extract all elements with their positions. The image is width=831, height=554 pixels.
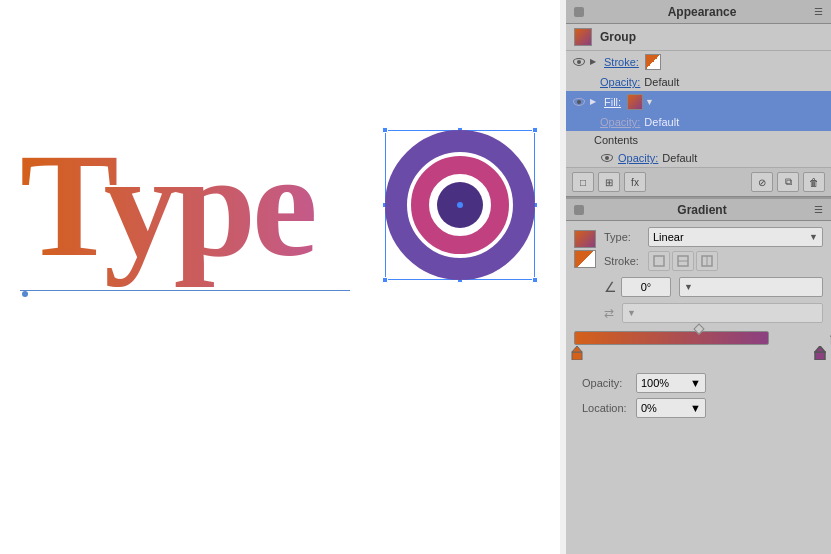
stroke-ctrl-label: Stroke:: [604, 255, 644, 267]
group-swatch: [574, 28, 592, 46]
angle-row: ∠ 0° ▼: [604, 277, 823, 297]
panel-close-icon[interactable]: [574, 7, 584, 17]
stroke-buttons: [648, 251, 718, 271]
stop-marker-right[interactable]: [814, 346, 826, 363]
angle-dropdown[interactable]: ▼: [679, 277, 823, 297]
angle-value: 0°: [641, 281, 652, 293]
type-row: Type: Linear ▼ Stroke:: [574, 227, 823, 271]
contents-label: Contents: [594, 134, 638, 146]
stroke-arrow: ▶: [590, 57, 600, 67]
reverse-icon: ⇄: [604, 306, 614, 320]
handle-tl[interactable]: [382, 127, 388, 133]
new-item-button[interactable]: □: [572, 172, 594, 192]
gradient-bar-area: 🗑: [574, 331, 823, 345]
fill-row[interactable]: ▶ Fill: ▼: [566, 91, 831, 113]
fx-label: fx: [631, 177, 639, 188]
duplicate-button[interactable]: ⊞: [598, 172, 620, 192]
eye-icon-fill[interactable]: [572, 95, 586, 109]
location-bottom-row: Location: 0% ▼: [582, 398, 815, 418]
svg-rect-5: [572, 352, 582, 360]
type-label: Type:: [604, 231, 644, 243]
group-header: Group: [566, 24, 831, 51]
opacity-value: 100%: [641, 377, 669, 389]
gradient-body: Type: Linear ▼ Stroke:: [566, 221, 831, 428]
appearance-panel-header: Appearance ☰: [566, 0, 831, 24]
gradient-panel-title: Gradient: [590, 203, 814, 217]
location-value: 0%: [641, 402, 657, 414]
appearance-menu-icon[interactable]: ☰: [814, 6, 823, 17]
fill-dropdown-arrow[interactable]: ▼: [645, 97, 654, 107]
type-value: Linear: [653, 231, 684, 243]
group-label: Group: [600, 30, 636, 44]
stroke-opacity-value: Default: [644, 76, 679, 88]
extra-dropdown-arrow: ▼: [627, 308, 636, 318]
eye-icon-contents[interactable]: [600, 151, 614, 165]
svg-marker-8: [815, 346, 825, 352]
baseline-line: [20, 290, 350, 291]
handle-tr[interactable]: [532, 127, 538, 133]
no-button[interactable]: ⊘: [751, 172, 773, 192]
stroke-opacity-row: Opacity: Default: [566, 73, 831, 91]
svg-marker-6: [572, 346, 582, 352]
appearance-panel: Appearance ☰ Group ▶ Stroke: Opacity: De…: [566, 0, 831, 197]
bottom-controls: Opacity: 100% ▼ Location: 0% ▼: [574, 369, 823, 422]
stroke-swatch[interactable]: [645, 54, 661, 70]
eye-icon-stroke[interactable]: [572, 55, 586, 69]
anchor-point-left: [22, 291, 28, 297]
gradient-swatch-stack: [574, 230, 596, 268]
contents-opacity-value: Default: [662, 152, 697, 164]
appearance-toolbar: □ ⊞ fx ⊘ ⧉ 🗑: [566, 167, 831, 196]
type-text: Type: [20, 120, 314, 290]
appearance-panel-title: Appearance: [590, 5, 814, 19]
svg-rect-7: [815, 352, 825, 360]
stop-marker-left[interactable]: [571, 346, 583, 363]
gradient-swatch-1[interactable]: [574, 230, 596, 248]
canvas: Type: [0, 0, 560, 554]
angle-input[interactable]: 0°: [621, 277, 671, 297]
fill-swatch[interactable]: [627, 94, 643, 110]
location-dropdown-arrow: ▼: [690, 402, 701, 414]
delete-button[interactable]: 🗑: [803, 172, 825, 192]
contents-opacity-label[interactable]: Opacity:: [618, 152, 658, 164]
extra-row: ⇄ ▼: [604, 303, 823, 323]
fx-button[interactable]: fx: [624, 172, 646, 192]
fill-arrow: ▶: [590, 97, 600, 107]
type-dropdown[interactable]: Linear ▼: [648, 227, 823, 247]
type-dropdown-arrow: ▼: [809, 232, 818, 242]
center-dot: [457, 202, 463, 208]
gradient-panel: Gradient ☰ Type: Linear ▼: [566, 197, 831, 554]
opacity-bottom-row: Opacity: 100% ▼: [582, 373, 815, 393]
gradient-swatch-2[interactable]: [574, 250, 596, 268]
stroke-btn-1[interactable]: [648, 251, 670, 271]
gradient-bar[interactable]: [574, 331, 769, 345]
stroke-row[interactable]: ▶ Stroke:: [566, 51, 831, 73]
handle-bl[interactable]: [382, 277, 388, 283]
circle-group[interactable]: [385, 130, 535, 280]
stroke-label[interactable]: Stroke:: [604, 56, 639, 68]
angle-icon: ∠: [604, 279, 617, 295]
fill-opacity-row: Opacity: Default: [566, 113, 831, 131]
location-bottom-label: Location:: [582, 402, 632, 414]
right-panel: Appearance ☰ Group ▶ Stroke: Opacity: De…: [566, 0, 831, 554]
type-ctrl-row: Type: Linear ▼: [604, 227, 823, 247]
svg-rect-0: [654, 256, 664, 266]
copy-button[interactable]: ⧉: [777, 172, 799, 192]
contents-row: Contents: [566, 131, 831, 149]
opacity-dropdown[interactable]: 100% ▼: [636, 373, 706, 393]
fill-label[interactable]: Fill:: [604, 96, 621, 108]
contents-opacity-row: Opacity: Default: [566, 149, 831, 167]
stroke-btn-2[interactable]: [672, 251, 694, 271]
fill-opacity-label[interactable]: Opacity:: [600, 116, 640, 128]
stroke-opacity-label[interactable]: Opacity:: [600, 76, 640, 88]
location-dropdown[interactable]: 0% ▼: [636, 398, 706, 418]
extra-dropdown[interactable]: ▼: [622, 303, 823, 323]
gradient-panel-header: Gradient ☰: [566, 197, 831, 221]
fill-opacity-value: Default: [644, 116, 679, 128]
angle-dropdown-arrow: ▼: [684, 282, 693, 292]
handle-br[interactable]: [532, 277, 538, 283]
opacity-bottom-label: Opacity:: [582, 377, 632, 389]
gradient-menu-icon[interactable]: ☰: [814, 204, 823, 215]
gradient-panel-close[interactable]: [574, 205, 584, 215]
opacity-dropdown-arrow: ▼: [690, 377, 701, 389]
stroke-btn-3[interactable]: [696, 251, 718, 271]
